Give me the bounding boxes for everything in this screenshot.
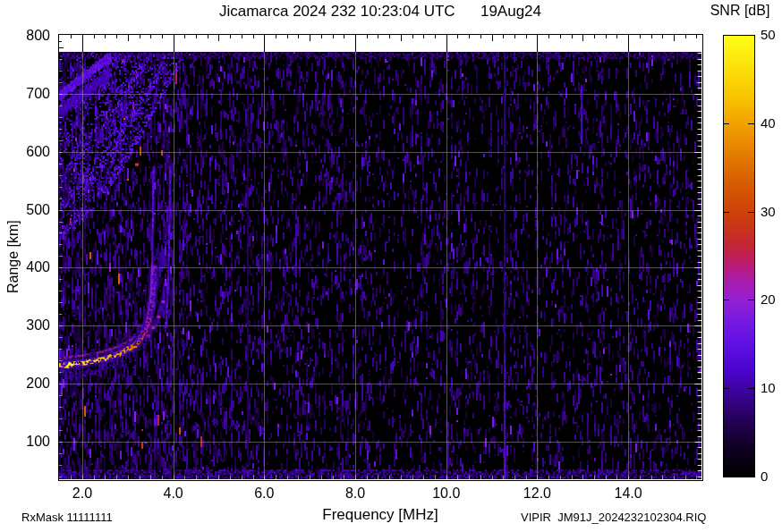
y-tick-label: 300 (13, 317, 50, 334)
ionogram-figure: Jicamarca 2024 232 10:23:04 UTC 19Aug24 … (0, 0, 782, 532)
y-tick-label: 100 (13, 434, 50, 450)
ionogram-heatmap-canvas (0, 0, 782, 532)
x-tick-label: 4.0 (153, 486, 194, 502)
y-tick-label: 400 (13, 259, 50, 275)
y-tick-label: 200 (13, 376, 50, 392)
colorbar-tick-label: 40 (761, 115, 782, 131)
y-tick-label: 800 (13, 28, 50, 44)
colorbar-tick-label: 20 (761, 291, 782, 307)
x-tick-label: 10.0 (426, 486, 467, 502)
x-tick-label: 14.0 (608, 486, 649, 502)
x-tick-label: 12.0 (516, 486, 557, 502)
page-title: Jicamarca 2024 232 10:23:04 UTC 19Aug24 (58, 3, 702, 21)
x-tick-label: 8.0 (335, 486, 376, 502)
y-tick-label: 500 (13, 202, 50, 218)
x-tick-label: 2.0 (62, 486, 103, 502)
colorbar-tick-label: 10 (761, 380, 782, 395)
y-tick-label: 600 (13, 144, 50, 160)
colorbar-tick-label: 0 (761, 469, 782, 484)
y-tick-label: 700 (13, 86, 50, 102)
x-tick-label: 6.0 (243, 486, 285, 502)
data-file-name: VIPIR JM91J_2024232102304.RIQ (521, 511, 706, 524)
colorbar-tick-label: 30 (761, 204, 782, 219)
colorbar-title: SNR [dB] (698, 3, 782, 19)
colorbar-tick-label: 50 (761, 27, 782, 42)
